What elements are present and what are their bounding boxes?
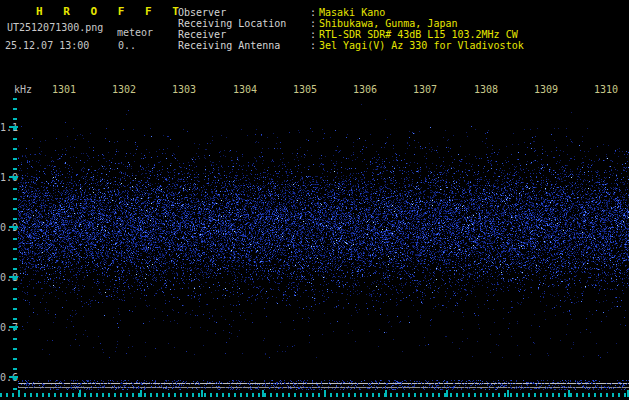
datetime-label: 25.12.07 13:00 bbox=[5, 40, 89, 51]
freq-axis-ticks bbox=[13, 98, 17, 398]
meta-row-observer: Observer : Masaki Kano bbox=[178, 7, 524, 18]
time-tick-label: 1306 bbox=[353, 84, 377, 95]
output-filename: UT2512071300.png bbox=[7, 22, 103, 33]
meta-row-receiver: Receiver : RTL-SDR SDR# 43dB L15 103.2MH… bbox=[178, 29, 524, 40]
meta-label: Observer bbox=[178, 7, 310, 18]
status-counter: 0.. bbox=[118, 40, 136, 51]
meta-separator: : bbox=[310, 29, 319, 40]
freq-major-tick bbox=[9, 276, 18, 278]
time-tick-label: 1305 bbox=[293, 84, 317, 95]
freq-unit-label: kHz bbox=[14, 84, 32, 95]
time-tick-label: 1304 bbox=[233, 84, 257, 95]
time-tick-label: 1303 bbox=[172, 84, 196, 95]
app-title: H R O F F T bbox=[36, 6, 186, 17]
time-tick-label: 1301 bbox=[52, 84, 76, 95]
meta-value: Masaki Kano bbox=[319, 7, 385, 18]
meta-row-location: Receiving Location : Shibukawa, Gunma, J… bbox=[178, 18, 524, 29]
freq-major-tick bbox=[9, 326, 18, 328]
meta-value: RTL-SDR SDR# 43dB L15 103.2MHz CW bbox=[319, 29, 518, 40]
meta-label: Receiving Antenna bbox=[178, 40, 310, 51]
time-axis-ticks-left bbox=[0, 393, 18, 397]
meta-separator: : bbox=[310, 40, 319, 51]
time-tick-label: 1310 bbox=[594, 84, 618, 95]
meta-label: Receiving Location bbox=[178, 18, 310, 29]
freq-major-tick bbox=[9, 226, 18, 228]
meta-separator: : bbox=[310, 7, 319, 18]
spectrogram-canvas bbox=[18, 98, 629, 398]
freq-major-tick bbox=[9, 126, 18, 128]
time-tick-label: 1309 bbox=[534, 84, 558, 95]
meta-label: Receiver bbox=[178, 29, 310, 40]
time-tick-label: 1308 bbox=[474, 84, 498, 95]
meta-separator: : bbox=[310, 18, 319, 29]
time-tick-label: 1302 bbox=[112, 84, 136, 95]
meta-value: Shibukawa, Gunma, Japan bbox=[319, 18, 457, 29]
observation-mode-label: meteor bbox=[117, 27, 153, 38]
freq-major-tick bbox=[9, 376, 18, 378]
meta-value: 3el Yagi(V) Az 330 for Vladivostok bbox=[319, 40, 524, 51]
station-metadata: Observer : Masaki Kano Receiving Locatio… bbox=[178, 7, 524, 51]
time-tick-label: 1307 bbox=[413, 84, 437, 95]
hrofft-output-screen: H R O F F T UT2512071300.png meteor 25.1… bbox=[0, 0, 629, 400]
meta-row-antenna: Receiving Antenna : 3el Yagi(V) Az 330 f… bbox=[178, 40, 524, 51]
freq-major-tick bbox=[9, 176, 18, 178]
